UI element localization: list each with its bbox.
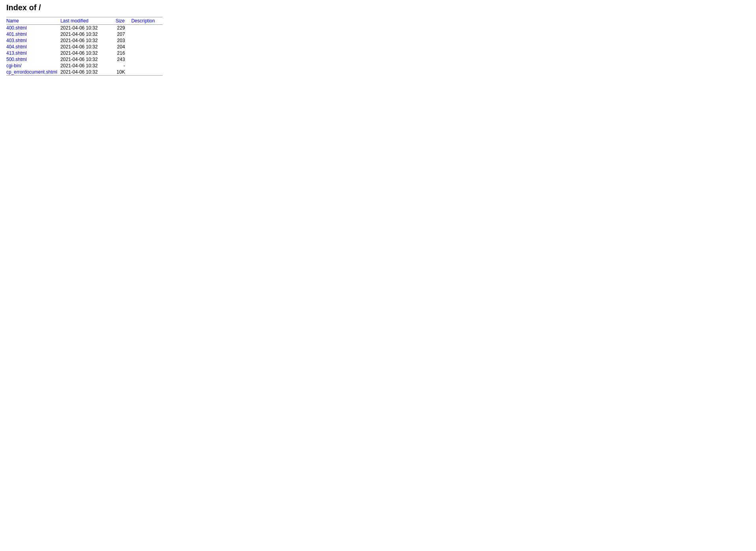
file-link[interactable]: cp_errordocument.shtml [6,69,57,75]
file-modified-cell: 2021-04-06 10:32 [60,44,115,50]
file-link[interactable]: 401.shtml [6,31,27,37]
table-header: Name Last modified Size Description [6,17,163,25]
file-size-cell: 243 [115,56,131,63]
sort-by-desc-link[interactable]: Description [131,18,155,24]
file-modified-cell: 2021-04-06 10:32 [60,31,115,37]
file-modified-cell: 2021-04-06 10:32 [60,37,115,44]
table-row: 404.shtml2021-04-06 10:32204 [6,44,163,50]
table-row: 413.shtml2021-04-06 10:32216 [6,50,163,56]
file-modified-cell: 2021-04-06 10:32 [60,69,115,76]
file-description-cell [131,25,163,31]
file-link[interactable]: 500.shtml [6,57,27,62]
file-link[interactable]: 413.shtml [6,50,27,56]
table-row: 403.shtml2021-04-06 10:32203 [6,37,163,44]
file-link[interactable]: 400.shtml [6,25,27,31]
file-size-cell: 216 [115,50,131,56]
col-header-size[interactable]: Size [115,17,131,25]
sort-by-size-link[interactable]: Size [115,18,124,24]
file-description-cell [131,31,163,37]
file-link[interactable]: 403.shtml [6,38,27,43]
col-header-modified[interactable]: Last modified [60,17,115,25]
sort-by-modified-link[interactable]: Last modified [60,18,88,24]
file-modified-cell: 2021-04-06 10:32 [60,50,115,56]
file-description-cell [131,69,163,76]
table-row: 500.shtml2021-04-06 10:32243 [6,56,163,63]
file-name-cell[interactable]: 413.shtml [6,50,60,56]
file-name-cell[interactable]: cp_errordocument.shtml [6,69,60,76]
file-description-cell [131,50,163,56]
file-modified-cell: 2021-04-06 10:32 [60,25,115,31]
file-name-cell[interactable]: 403.shtml [6,37,60,44]
file-size-cell: 229 [115,25,131,31]
table-row: 401.shtml2021-04-06 10:32207 [6,31,163,37]
page-title: Index of / [6,3,750,12]
file-description-cell [131,44,163,50]
col-header-description[interactable]: Description [131,17,163,25]
file-modified-cell: 2021-04-06 10:32 [60,56,115,63]
file-name-cell[interactable]: 400.shtml [6,25,60,31]
file-size-cell: 10K [115,69,131,76]
file-size-cell: - [115,63,131,69]
col-header-name[interactable]: Name [6,17,60,25]
file-description-cell [131,63,163,69]
file-modified-cell: 2021-04-06 10:32 [60,63,115,69]
file-link[interactable]: 404.shtml [6,44,27,50]
table-body: 400.shtml2021-04-06 10:32229401.shtml202… [6,25,163,76]
file-link[interactable]: cgi-bin/ [6,63,22,68]
file-size-cell: 203 [115,37,131,44]
file-name-cell[interactable]: 404.shtml [6,44,60,50]
table-row: cgi-bin/2021-04-06 10:32- [6,63,163,69]
file-listing-table: Name Last modified Size Description 400.… [6,17,163,76]
file-size-cell: 207 [115,31,131,37]
file-name-cell[interactable]: 401.shtml [6,31,60,37]
file-name-cell[interactable]: cgi-bin/ [6,63,60,69]
file-description-cell [131,56,163,63]
file-size-cell: 204 [115,44,131,50]
sort-by-name-link[interactable]: Name [6,18,19,24]
table-row: cp_errordocument.shtml2021-04-06 10:3210… [6,69,163,76]
file-name-cell[interactable]: 500.shtml [6,56,60,63]
table-row: 400.shtml2021-04-06 10:32229 [6,25,163,31]
file-description-cell [131,37,163,44]
